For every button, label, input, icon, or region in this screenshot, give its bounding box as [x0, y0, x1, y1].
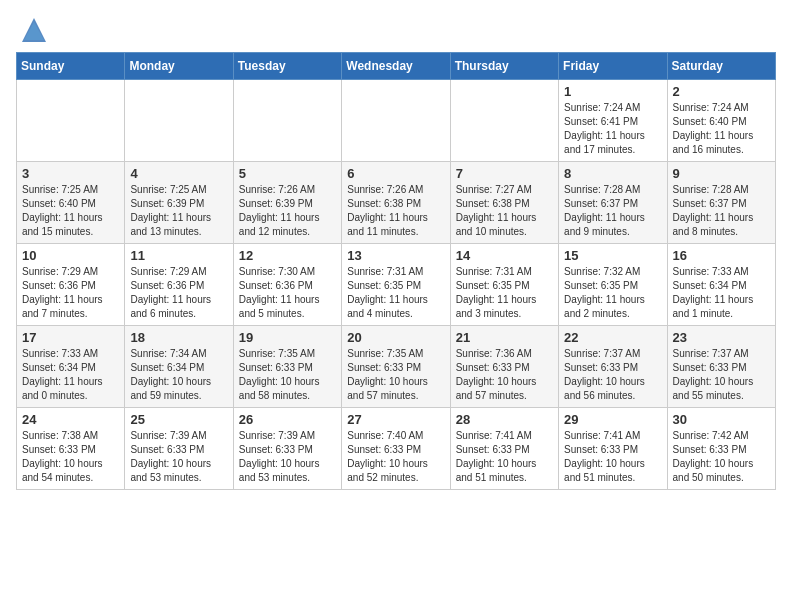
day-number: 17 — [22, 330, 119, 345]
day-number: 16 — [673, 248, 770, 263]
day-content: Sunrise: 7:31 AMSunset: 6:35 PMDaylight:… — [347, 265, 444, 321]
day-number: 30 — [673, 412, 770, 427]
calendar-week-row: 10Sunrise: 7:29 AMSunset: 6:36 PMDayligh… — [17, 244, 776, 326]
calendar-cell: 27Sunrise: 7:40 AMSunset: 6:33 PMDayligh… — [342, 408, 450, 490]
calendar-cell: 29Sunrise: 7:41 AMSunset: 6:33 PMDayligh… — [559, 408, 667, 490]
day-content: Sunrise: 7:38 AMSunset: 6:33 PMDaylight:… — [22, 429, 119, 485]
day-number: 11 — [130, 248, 227, 263]
day-content: Sunrise: 7:39 AMSunset: 6:33 PMDaylight:… — [239, 429, 336, 485]
calendar-cell: 7Sunrise: 7:27 AMSunset: 6:38 PMDaylight… — [450, 162, 558, 244]
calendar-week-row: 17Sunrise: 7:33 AMSunset: 6:34 PMDayligh… — [17, 326, 776, 408]
day-number: 2 — [673, 84, 770, 99]
calendar-cell: 28Sunrise: 7:41 AMSunset: 6:33 PMDayligh… — [450, 408, 558, 490]
svg-marker-1 — [24, 22, 44, 40]
calendar-cell — [450, 80, 558, 162]
day-number: 14 — [456, 248, 553, 263]
day-number: 27 — [347, 412, 444, 427]
calendar-cell: 17Sunrise: 7:33 AMSunset: 6:34 PMDayligh… — [17, 326, 125, 408]
day-number: 15 — [564, 248, 661, 263]
logo — [16, 16, 48, 44]
calendar-cell: 8Sunrise: 7:28 AMSunset: 6:37 PMDaylight… — [559, 162, 667, 244]
day-number: 18 — [130, 330, 227, 345]
calendar-cell: 20Sunrise: 7:35 AMSunset: 6:33 PMDayligh… — [342, 326, 450, 408]
day-number: 20 — [347, 330, 444, 345]
day-content: Sunrise: 7:28 AMSunset: 6:37 PMDaylight:… — [673, 183, 770, 239]
day-number: 28 — [456, 412, 553, 427]
day-content: Sunrise: 7:29 AMSunset: 6:36 PMDaylight:… — [22, 265, 119, 321]
calendar-week-row: 1Sunrise: 7:24 AMSunset: 6:41 PMDaylight… — [17, 80, 776, 162]
day-number: 19 — [239, 330, 336, 345]
day-content: Sunrise: 7:26 AMSunset: 6:39 PMDaylight:… — [239, 183, 336, 239]
day-content: Sunrise: 7:24 AMSunset: 6:40 PMDaylight:… — [673, 101, 770, 157]
header-day: Monday — [125, 53, 233, 80]
calendar-cell — [17, 80, 125, 162]
calendar-cell: 11Sunrise: 7:29 AMSunset: 6:36 PMDayligh… — [125, 244, 233, 326]
day-number: 5 — [239, 166, 336, 181]
header-day: Wednesday — [342, 53, 450, 80]
calendar-cell: 14Sunrise: 7:31 AMSunset: 6:35 PMDayligh… — [450, 244, 558, 326]
calendar-cell: 12Sunrise: 7:30 AMSunset: 6:36 PMDayligh… — [233, 244, 341, 326]
day-content: Sunrise: 7:41 AMSunset: 6:33 PMDaylight:… — [564, 429, 661, 485]
calendar-cell: 15Sunrise: 7:32 AMSunset: 6:35 PMDayligh… — [559, 244, 667, 326]
calendar-cell: 18Sunrise: 7:34 AMSunset: 6:34 PMDayligh… — [125, 326, 233, 408]
day-number: 23 — [673, 330, 770, 345]
calendar-cell: 24Sunrise: 7:38 AMSunset: 6:33 PMDayligh… — [17, 408, 125, 490]
day-number: 24 — [22, 412, 119, 427]
day-number: 9 — [673, 166, 770, 181]
day-content: Sunrise: 7:30 AMSunset: 6:36 PMDaylight:… — [239, 265, 336, 321]
day-content: Sunrise: 7:34 AMSunset: 6:34 PMDaylight:… — [130, 347, 227, 403]
day-content: Sunrise: 7:25 AMSunset: 6:39 PMDaylight:… — [130, 183, 227, 239]
day-content: Sunrise: 7:36 AMSunset: 6:33 PMDaylight:… — [456, 347, 553, 403]
day-content: Sunrise: 7:24 AMSunset: 6:41 PMDaylight:… — [564, 101, 661, 157]
calendar-cell — [233, 80, 341, 162]
day-number: 25 — [130, 412, 227, 427]
header-day: Saturday — [667, 53, 775, 80]
calendar-cell: 13Sunrise: 7:31 AMSunset: 6:35 PMDayligh… — [342, 244, 450, 326]
day-number: 10 — [22, 248, 119, 263]
day-number: 22 — [564, 330, 661, 345]
calendar-cell: 26Sunrise: 7:39 AMSunset: 6:33 PMDayligh… — [233, 408, 341, 490]
calendar-cell: 3Sunrise: 7:25 AMSunset: 6:40 PMDaylight… — [17, 162, 125, 244]
calendar-cell: 6Sunrise: 7:26 AMSunset: 6:38 PMDaylight… — [342, 162, 450, 244]
calendar-cell: 16Sunrise: 7:33 AMSunset: 6:34 PMDayligh… — [667, 244, 775, 326]
day-content: Sunrise: 7:40 AMSunset: 6:33 PMDaylight:… — [347, 429, 444, 485]
day-content: Sunrise: 7:32 AMSunset: 6:35 PMDaylight:… — [564, 265, 661, 321]
day-content: Sunrise: 7:31 AMSunset: 6:35 PMDaylight:… — [456, 265, 553, 321]
logo-icon — [20, 16, 48, 44]
day-content: Sunrise: 7:35 AMSunset: 6:33 PMDaylight:… — [239, 347, 336, 403]
day-number: 6 — [347, 166, 444, 181]
day-content: Sunrise: 7:26 AMSunset: 6:38 PMDaylight:… — [347, 183, 444, 239]
day-content: Sunrise: 7:39 AMSunset: 6:33 PMDaylight:… — [130, 429, 227, 485]
calendar-cell — [125, 80, 233, 162]
header-day: Thursday — [450, 53, 558, 80]
day-number: 1 — [564, 84, 661, 99]
calendar-cell: 22Sunrise: 7:37 AMSunset: 6:33 PMDayligh… — [559, 326, 667, 408]
day-number: 7 — [456, 166, 553, 181]
day-number: 12 — [239, 248, 336, 263]
calendar-week-row: 3Sunrise: 7:25 AMSunset: 6:40 PMDaylight… — [17, 162, 776, 244]
calendar-cell: 25Sunrise: 7:39 AMSunset: 6:33 PMDayligh… — [125, 408, 233, 490]
calendar-cell: 19Sunrise: 7:35 AMSunset: 6:33 PMDayligh… — [233, 326, 341, 408]
calendar-cell: 1Sunrise: 7:24 AMSunset: 6:41 PMDaylight… — [559, 80, 667, 162]
calendar-week-row: 24Sunrise: 7:38 AMSunset: 6:33 PMDayligh… — [17, 408, 776, 490]
calendar-cell: 2Sunrise: 7:24 AMSunset: 6:40 PMDaylight… — [667, 80, 775, 162]
day-content: Sunrise: 7:28 AMSunset: 6:37 PMDaylight:… — [564, 183, 661, 239]
calendar-cell — [342, 80, 450, 162]
day-number: 26 — [239, 412, 336, 427]
header-day: Friday — [559, 53, 667, 80]
day-content: Sunrise: 7:27 AMSunset: 6:38 PMDaylight:… — [456, 183, 553, 239]
day-content: Sunrise: 7:42 AMSunset: 6:33 PMDaylight:… — [673, 429, 770, 485]
calendar-cell: 10Sunrise: 7:29 AMSunset: 6:36 PMDayligh… — [17, 244, 125, 326]
day-content: Sunrise: 7:37 AMSunset: 6:33 PMDaylight:… — [673, 347, 770, 403]
calendar-cell: 9Sunrise: 7:28 AMSunset: 6:37 PMDaylight… — [667, 162, 775, 244]
day-content: Sunrise: 7:29 AMSunset: 6:36 PMDaylight:… — [130, 265, 227, 321]
header-day: Sunday — [17, 53, 125, 80]
day-content: Sunrise: 7:37 AMSunset: 6:33 PMDaylight:… — [564, 347, 661, 403]
day-number: 4 — [130, 166, 227, 181]
header-day: Tuesday — [233, 53, 341, 80]
header-row: SundayMondayTuesdayWednesdayThursdayFrid… — [17, 53, 776, 80]
day-content: Sunrise: 7:41 AMSunset: 6:33 PMDaylight:… — [456, 429, 553, 485]
calendar-cell: 30Sunrise: 7:42 AMSunset: 6:33 PMDayligh… — [667, 408, 775, 490]
day-content: Sunrise: 7:33 AMSunset: 6:34 PMDaylight:… — [673, 265, 770, 321]
calendar-cell: 21Sunrise: 7:36 AMSunset: 6:33 PMDayligh… — [450, 326, 558, 408]
